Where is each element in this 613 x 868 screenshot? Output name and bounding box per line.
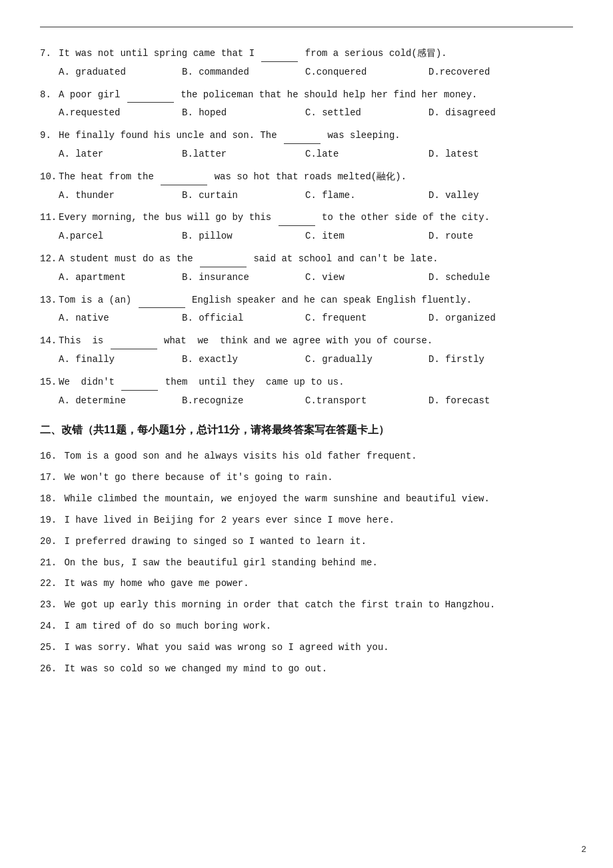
q12-blank [200, 257, 247, 267]
q10-options: A. thunder B. curtain C. flame. D. valle… [59, 188, 573, 204]
c17-text: We won't go there because of it's going … [64, 472, 332, 483]
q10-optC: C. flame. [305, 188, 428, 204]
q10-optA: A. thunder [59, 188, 182, 204]
q12-optC: C. view [305, 270, 428, 286]
question-13: 13. Tom is a (an) English speaker and he… [40, 293, 573, 327]
c16-num: 16. [40, 448, 59, 465]
c19-num: 19. [40, 512, 59, 529]
q14-optC: C. gradually [305, 352, 428, 368]
q10-num: 10. [40, 169, 59, 185]
q8-text: A poor girl the policeman that he should… [59, 87, 573, 103]
correction-22: 22. It was my home who gave me power. [40, 575, 573, 593]
q8-num: 8. [40, 87, 59, 103]
c16-text: Tom is a good son and he always visits h… [64, 451, 416, 461]
q12-options: A. apartment B. insurance C. view D. sch… [59, 270, 573, 286]
c23-text: We got up early this morning in order th… [64, 599, 495, 610]
q9-optC: C.late [305, 147, 428, 163]
question-14: 14. This is what we think and we agree w… [40, 333, 573, 368]
q15-options: A. determine B.recognize C.transport D. … [59, 393, 573, 409]
q11-blank [279, 215, 315, 226]
q7-text: It was not until spring came that I from… [59, 46, 573, 62]
q13-num: 13. [40, 293, 59, 309]
q12-optD: D. schedule [428, 270, 552, 286]
c22-num: 22. [40, 575, 59, 593]
q11-optD: D. route [428, 229, 552, 245]
q13-optA: A. native [59, 311, 182, 327]
q9-options: A. later B.latter C.late D. latest [59, 147, 573, 163]
section-two-items: 16. Tom is a good son and he always visi… [40, 448, 573, 678]
question-11: 11. Every morning, the bus will go by th… [40, 210, 573, 245]
q9-blank [284, 133, 320, 144]
question-12: 12. A student must do as the said at sch… [40, 251, 573, 286]
q14-optD: D. firstly [428, 352, 552, 368]
correction-25: 25. I was sorry. What you said was wrong… [40, 639, 573, 657]
q13-optB: B. official [182, 311, 305, 327]
q12-num: 12. [40, 251, 59, 267]
q10-blank [161, 175, 207, 185]
page: 7. It was not until spring came that I f… [0, 0, 613, 868]
q15-optC: C.transport [305, 393, 428, 409]
c17-num: 17. [40, 469, 59, 487]
page-number: 2 [581, 845, 586, 855]
section-one: 7. It was not until spring came that I f… [40, 46, 573, 409]
q10-optB: B. curtain [182, 188, 305, 204]
q11-optC: C. item [305, 229, 428, 245]
correction-26: 26. It was so cold so we changed my mind… [40, 661, 573, 678]
q7-optA: A. graduated [59, 65, 182, 81]
q15-optA: A. determine [59, 393, 182, 409]
c18-num: 18. [40, 491, 59, 508]
c20-text: I preferred drawing to singed so I wante… [64, 536, 366, 547]
q14-text: This is what we think and we agree with … [59, 333, 573, 349]
top-divider [40, 27, 573, 27]
q9-optD: D. latest [428, 147, 552, 163]
c24-num: 24. [40, 618, 59, 635]
q7-optD: D.recovered [428, 65, 552, 81]
correction-20: 20. I preferred drawing to singed so I w… [40, 533, 573, 551]
q8-optB: B. hoped [182, 105, 305, 121]
q9-text: He finally found his uncle and son. The … [59, 128, 573, 144]
q8-optC: C. settled [305, 105, 428, 121]
correction-17: 17. We won't go there because of it's go… [40, 469, 573, 487]
c18-text: While climbed the mountain, we enjoyed t… [64, 493, 490, 504]
q7-options: A. graduated B. commanded C.conquered D.… [59, 65, 573, 81]
correction-18: 18. While climbed the mountain, we enjoy… [40, 491, 573, 508]
q15-text: We didn't them until they came up to us. [59, 375, 573, 391]
q7-optC: C.conquered [305, 65, 428, 81]
question-8: 8. A poor girl the policeman that he sho… [40, 87, 573, 122]
q14-optB: B. exactly [182, 352, 305, 368]
correction-16: 16. Tom is a good son and he always visi… [40, 448, 573, 465]
q13-options: A. native B. official C. frequent D. org… [59, 311, 573, 327]
q9-optB: B.latter [182, 147, 305, 163]
q15-num: 15. [40, 375, 59, 391]
q11-optA: A.parcel [59, 229, 182, 245]
q11-num: 11. [40, 210, 59, 226]
q11-text: Every morning, the bus will go by this t… [59, 210, 573, 226]
q8-blank [127, 92, 174, 103]
q7-blank [261, 51, 298, 62]
q9-num: 9. [40, 128, 59, 144]
q14-options: A. finally B. exactly C. gradually D. fi… [59, 352, 573, 368]
c21-text: On the bus, I saw the beautiful girl sta… [64, 557, 377, 568]
q12-optA: A. apartment [59, 270, 182, 286]
q8-optA: A.requested [59, 105, 182, 121]
q12-optB: B. insurance [182, 270, 305, 286]
c20-num: 20. [40, 533, 59, 551]
question-7: 7. It was not until spring came that I f… [40, 46, 573, 81]
q14-optA: A. finally [59, 352, 182, 368]
c23-num: 23. [40, 597, 59, 614]
q15-optB: B.recognize [182, 393, 305, 409]
q13-blank [139, 297, 185, 308]
q11-optB: B. pillow [182, 229, 305, 245]
c21-num: 21. [40, 555, 59, 572]
correction-19: 19. I have lived in Beijing for 2 years … [40, 512, 573, 529]
question-9: 9. He finally found his uncle and son. T… [40, 128, 573, 163]
q12-text: A student must do as the said at school … [59, 251, 573, 267]
c22-text: It was my home who gave me power. [64, 578, 249, 589]
q13-optC: C. frequent [305, 311, 428, 327]
q9-optA: A. later [59, 147, 182, 163]
q8-optD: D. disagreed [428, 105, 552, 121]
q7-optB: B. commanded [182, 65, 305, 81]
section-two-header: 二、改错（共11题，每小题1分，总计11分，请将最终答案写在答题卡上） [40, 421, 573, 440]
q10-text: The heat from the was so hot that roads … [59, 169, 573, 185]
c26-num: 26. [40, 661, 59, 678]
